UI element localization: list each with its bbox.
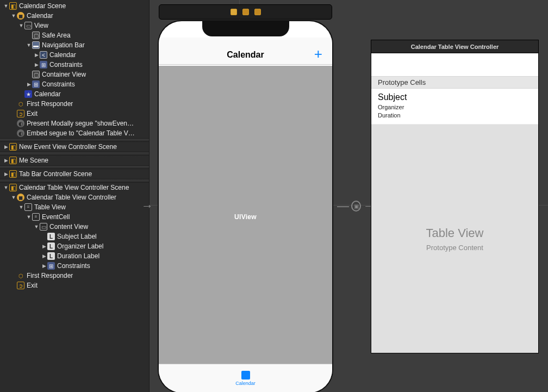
- calendar-tab-icon[interactable]: [241, 371, 250, 379]
- item-label: Content View: [49, 223, 88, 231]
- disclosure-icon[interactable]: ▼: [26, 42, 32, 48]
- nav-constraints-item[interactable]: ▶ ⊞ Constraints: [0, 60, 149, 70]
- nav-calendar-item[interactable]: ▶ < Calendar: [0, 50, 149, 60]
- view-icon: ▭: [24, 22, 32, 29]
- exit-icon: ➲: [17, 282, 24, 289]
- disclosure-icon[interactable]: ▼: [3, 3, 9, 9]
- disclosure-icon[interactable]: ▶: [3, 158, 9, 163]
- disclosure-icon[interactable]: ▼: [18, 23, 24, 28]
- event-cell[interactable]: Subject Organizer Duration: [371, 89, 538, 125]
- organizer-label[interactable]: Organizer: [378, 103, 532, 111]
- segue-modal-item[interactable]: ▶ ◐ Present Modally segue "showEven…: [0, 119, 149, 128]
- scene-icon: ◧: [9, 157, 17, 164]
- document-outline[interactable]: ▼ ◧ Calendar Scene ▼ ◼ Calendar ▼ ▭ View…: [0, 0, 150, 392]
- scene-icon: ◧: [9, 2, 17, 10]
- constraints-icon: ⊞: [47, 262, 55, 270]
- scene-label: Me Scene: [19, 157, 48, 164]
- scene-me[interactable]: ▶ ◧ Me Scene: [0, 155, 149, 165]
- calendar-star-item[interactable]: ▶ ★ Calendar: [0, 89, 149, 99]
- exit-item[interactable]: ▶ ➲ Exit: [0, 109, 149, 119]
- disclosure-icon[interactable]: ▼: [3, 185, 9, 190]
- first-responder-item[interactable]: ▶ ⬡ First Responder: [0, 99, 149, 109]
- item-label: Constraints: [49, 61, 83, 69]
- disclosure-icon[interactable]: ▼: [34, 224, 39, 229]
- subject-label[interactable]: Subject: [378, 92, 532, 102]
- tvc-exit-item[interactable]: ▶ ➲ Exit: [0, 281, 149, 290]
- scene-tabbar[interactable]: ▶ ◧ Tab Bar Controller Scene: [0, 169, 149, 179]
- duration-label[interactable]: Duration: [378, 111, 532, 120]
- label-icon: L: [47, 252, 55, 260]
- disclosure-icon[interactable]: ▼: [11, 13, 16, 18]
- label-icon: L: [47, 233, 55, 240]
- contentview-item[interactable]: ▼ ▭ Content View: [0, 222, 149, 232]
- constraints-item[interactable]: ▶ ⊞ Constraints: [0, 79, 149, 89]
- tvc-scene[interactable]: Calendar Table View Controller Prototype…: [371, 40, 538, 353]
- item-label: First Responder: [27, 272, 73, 279]
- scene-newevent[interactable]: ▶ ◧ New Event View Controller Scene: [0, 142, 149, 152]
- item-label: Exit: [27, 110, 38, 117]
- item-label: Calendar: [49, 51, 76, 59]
- tvc-constraints-item[interactable]: ▶ ⊞ Constraints: [0, 261, 149, 271]
- tvc-titlebar[interactable]: Calendar Table View Controller: [371, 40, 538, 53]
- view-item[interactable]: ▼ ▭ View: [0, 21, 149, 30]
- tableview-item[interactable]: ▼ ≡ Table View: [0, 202, 149, 212]
- disclosure-icon[interactable]: ▼: [18, 204, 24, 210]
- disclosure-icon[interactable]: ▶: [34, 62, 39, 67]
- disclosure-icon[interactable]: ▶: [41, 263, 47, 269]
- separator: [0, 152, 149, 155]
- safearea-item[interactable]: ▶ ▢ Safe Area: [0, 30, 149, 40]
- segue-icon: ◐: [17, 129, 24, 137]
- disclosure-icon[interactable]: ▼: [26, 214, 32, 220]
- add-button[interactable]: +: [314, 47, 322, 61]
- organizerlabel-item[interactable]: ▶ L Organizer Label: [0, 241, 149, 251]
- label-icon: L: [47, 242, 55, 250]
- device-calendar[interactable]: Calendar + UIView Calendar: [159, 21, 332, 392]
- scene-calendar[interactable]: ▼ ◧ Calendar Scene: [0, 1, 149, 11]
- container-view[interactable]: UIView: [159, 66, 332, 368]
- tvc-item[interactable]: ▼ ◼ Calendar Table View Controller: [0, 192, 149, 202]
- uiview-placeholder-label: UIView: [234, 213, 257, 221]
- scene-calendar-tvc[interactable]: ▼ ◧ Calendar Table View Controller Scene: [0, 183, 149, 192]
- disclosure-icon[interactable]: ▶: [41, 253, 47, 259]
- disclosure-icon[interactable]: ▶: [3, 144, 9, 150]
- tvc-first-responder-item[interactable]: ▶ ⬡ First Responder: [0, 271, 149, 281]
- durationlabel-item[interactable]: ▶ L Duration Label: [0, 251, 149, 261]
- device-notch: [202, 21, 289, 36]
- item-label: View: [34, 22, 48, 29]
- segue-node-icon[interactable]: ▣: [351, 201, 361, 211]
- calendar-tab-label[interactable]: Calendar: [235, 381, 256, 386]
- eventcell-item[interactable]: ▼ ≡ EventCell: [0, 212, 149, 222]
- scene-label: Calendar Table View Controller Scene: [19, 184, 129, 191]
- disclosure-icon[interactable]: ▶: [3, 171, 9, 177]
- firstresponder-proxy-icon[interactable]: [242, 9, 249, 15]
- separator: [0, 179, 149, 183]
- scene-toolbar[interactable]: [159, 4, 332, 20]
- segue-embed-item[interactable]: ▶ ◐ Embed segue to "Calendar Table V…: [0, 128, 149, 138]
- item-label: Calendar Table View Controller: [27, 194, 116, 201]
- firstresponder-icon: ⬡: [17, 272, 24, 279]
- embed-segue-arrow[interactable]: — ▣ →: [337, 200, 375, 212]
- item-label: Calendar: [34, 90, 61, 98]
- disclosure-icon[interactable]: ▼: [11, 195, 16, 200]
- vc-proxy-icon[interactable]: [231, 9, 237, 15]
- item-label: Table View: [34, 203, 66, 211]
- firstresponder-icon: ⬡: [17, 100, 24, 108]
- navbar-icon: ▬: [32, 41, 40, 49]
- item-label: Embed segue to "Calendar Table V…: [27, 129, 135, 137]
- disclosure-icon[interactable]: ▶: [41, 244, 47, 249]
- disclosure-icon[interactable]: ▶: [26, 82, 32, 87]
- navbar-item[interactable]: ▼ ▬ Navigation Bar: [0, 40, 149, 50]
- scene-label: Tab Bar Controller Scene: [19, 170, 92, 178]
- containerview-item[interactable]: ▶ ▢ Container View: [0, 70, 149, 79]
- tvc-body[interactable]: Table View Prototype Content: [371, 125, 538, 353]
- vc-calendar[interactable]: ▼ ◼ Calendar: [0, 11, 149, 21]
- view-icon: ▭: [40, 223, 47, 231]
- scene-icon: ◧: [9, 143, 17, 151]
- exit-proxy-icon[interactable]: [254, 9, 261, 15]
- disclosure-icon[interactable]: ▶: [34, 52, 39, 58]
- item-label: Safe Area: [42, 32, 71, 39]
- storyboard-canvas[interactable]: → Calendar + UIView Calendar — ▣ → Calen…: [150, 0, 548, 392]
- tableview-placeholder-sub: Prototype Content: [426, 244, 483, 252]
- subjectlabel-item[interactable]: ▶ L Subject Label: [0, 232, 149, 241]
- scene-label: New Event View Controller Scene: [19, 143, 117, 151]
